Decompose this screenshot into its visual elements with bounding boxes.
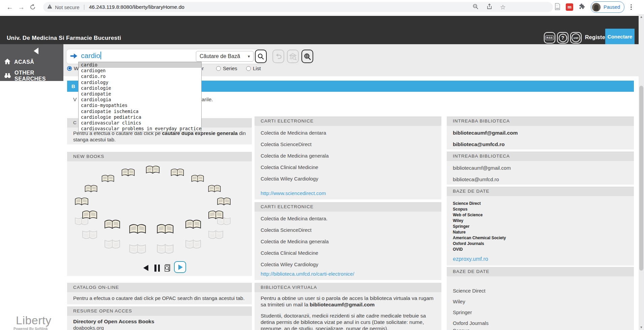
suggestion-item[interactable]: cardiologia — [79, 97, 201, 103]
sidebar-item-label: ACASĂ — [14, 59, 34, 65]
list-item[interactable]: Colectia de Medicina generala — [261, 239, 329, 244]
section-header-open-access: RESURSE OPEN ACCES — [67, 306, 252, 316]
list-item[interactable]: Colectia de Medicina dentara. — [261, 216, 327, 221]
ezproxy-link[interactable]: ezproxy.umf.ro — [453, 256, 488, 262]
suggestion-item[interactable]: cardiopatie — [79, 91, 201, 97]
email-item[interactable]: bibliotecaumf@gmail.com — [453, 130, 518, 136]
suggestion-item[interactable]: cardiogen — [79, 68, 201, 74]
database-item: OVID — [453, 247, 463, 252]
new-books-carousel[interactable] — [69, 163, 251, 264]
email-item[interactable]: biblioteca@umfcd.ro — [453, 176, 499, 182]
database-item[interactable]: Scopus — [453, 328, 470, 330]
collapse-sidebar-icon[interactable] — [34, 48, 38, 54]
book-icon — [185, 219, 201, 230]
section-header-ebooks-1: CARTI ELECTRONICE — [255, 116, 441, 126]
open-access-link[interactable]: doabooks.org — [73, 325, 104, 330]
page-scrollbar[interactable]: ▲ ▼ — [639, 14, 644, 330]
suggestion-item[interactable]: cardio-myopathies — [79, 103, 201, 108]
library-search-button[interactable] — [287, 50, 299, 63]
list-item[interactable]: Colectia Clinical Medicine — [261, 250, 318, 256]
suggestion-item[interactable]: cardiovascular clinics — [79, 120, 201, 126]
mendeley-extension-icon[interactable]: m — [566, 3, 573, 11]
book-icon — [146, 165, 160, 175]
suggestion-item[interactable]: cardio — [79, 62, 201, 68]
carousel-play-button[interactable] — [174, 261, 186, 273]
section-header-ask-library-2: INTREABA BIBLIOTECA — [447, 152, 634, 161]
reading-list-extension-icon[interactable] — [555, 3, 560, 11]
login-button[interactable]: Conectare — [605, 29, 635, 44]
database-item[interactable]: Oxford Journals — [453, 320, 489, 326]
share-icon[interactable] — [486, 3, 493, 11]
sciencedirect-link[interactable]: http://www.sciencedirect.com — [261, 190, 326, 196]
database-item[interactable]: Science Direct — [453, 288, 486, 294]
suggestion-item[interactable]: cardiology — [79, 80, 201, 85]
forward-icon[interactable]: → — [16, 2, 26, 12]
scrollbar-thumb[interactable] — [639, 86, 643, 271]
list-item[interactable]: Colectia Wiley Cardiology — [261, 262, 318, 267]
open-access-title[interactable]: Directory of Open Access Books — [73, 319, 154, 325]
database-item[interactable]: Wiley — [453, 299, 465, 304]
email-item[interactable]: biblioteca@umfcd.ro — [453, 141, 505, 147]
web-search-button[interactable] — [301, 50, 313, 63]
suggestion-item[interactable]: cardio.ro — [79, 74, 201, 79]
play-icon — [178, 265, 183, 270]
bookmark-star-icon[interactable]: ☆ — [500, 4, 506, 10]
zoom-out-icon[interactable] — [472, 3, 479, 11]
book-icon — [82, 210, 97, 221]
suggestion-item[interactable]: cardiologie — [79, 85, 201, 91]
book-reflection — [156, 242, 174, 254]
database-item: American Chemical Society — [453, 235, 506, 241]
binoculars-icon — [4, 73, 11, 80]
scope-list[interactable]: List — [246, 65, 261, 71]
email-bold: bibliotecaumf@gmail.com — [310, 302, 375, 307]
help-icon[interactable]: ? — [557, 32, 568, 44]
book-icon — [191, 174, 204, 184]
orbit-icon[interactable]: orbit — [570, 32, 582, 44]
scroll-down-icon[interactable]: ▼ — [639, 325, 644, 330]
suggestion-item[interactable]: cardiovascular problems in everyday prac… — [79, 126, 201, 132]
book-icon — [208, 210, 224, 221]
search-input[interactable]: cardio — [81, 52, 101, 60]
autocomplete-dropdown: cardio cardiogen cardio.ro cardiology ca… — [78, 62, 202, 132]
carousel-previous-button[interactable] — [143, 265, 148, 271]
browser-menu-icon[interactable] — [631, 4, 632, 10]
section-header-virtual-library: BIBLIOTECA VIRTUALA — [255, 283, 441, 292]
undo-search-button[interactable] — [272, 50, 284, 63]
url-bar[interactable]: Not secure | 46.243.119.8:8080/liberty/l… — [43, 2, 553, 12]
database-item[interactable]: Springer — [453, 309, 472, 315]
register-link[interactable]: Register — [585, 34, 607, 40]
search-type-select[interactable]: Căutare de Bază ▾ — [196, 51, 254, 62]
list-item[interactable]: Colectia ScienceDirect — [261, 227, 312, 233]
profile-chip[interactable]: Paused — [591, 1, 624, 13]
scope-series[interactable]: Series — [216, 65, 237, 71]
reload-icon[interactable] — [28, 2, 38, 12]
book-icon — [217, 197, 231, 207]
list-item[interactable]: Colectia Wiley Cardiology — [261, 176, 318, 182]
umfcd-ebooks-link[interactable]: http://biblioteca.umfcd.ro/carti-electro… — [261, 271, 354, 277]
scroll-up-icon[interactable]: ▲ — [639, 14, 644, 20]
chevron-down-icon: ▾ — [248, 54, 250, 59]
virtual-library-paragraph-1: Pentru a obtine un user si o parola de a… — [261, 295, 436, 308]
suggestion-item[interactable]: cardiopatie ischemica — [79, 109, 201, 114]
section-body-new-books — [67, 161, 252, 276]
text-caret — [100, 52, 101, 59]
page: ← → Not secure | 46.243.119.8:8080/liber… — [0, 0, 644, 330]
section-body-open-access: Directory of Open Access Books doabooks.… — [67, 316, 252, 330]
carousel-preview-button[interactable] — [164, 264, 172, 273]
list-item[interactable]: Colectia de Medicina generala — [261, 153, 329, 159]
search-button[interactable] — [255, 50, 267, 63]
sidebar-item-home[interactable]: ACASĂ — [4, 58, 34, 66]
rss-icon[interactable]: RSS — [544, 32, 555, 44]
preview-icon — [164, 264, 172, 273]
section-header-ask-library-1: INTREABA BIBLIOTECA — [447, 116, 634, 126]
list-item[interactable]: Colectia ScienceDirect — [261, 141, 312, 147]
carousel-pause-button[interactable] — [154, 265, 160, 272]
search-arrow-icon — [70, 53, 78, 61]
email-item[interactable]: bibliotecaumf@gmail.com — [453, 165, 511, 171]
suggestion-item[interactable]: cardiologie pediatrica — [79, 114, 201, 120]
catalog-text: Pentru a efectua o cautare dati click pe… — [73, 295, 246, 301]
list-item[interactable]: Colectia de Medicina dentara — [261, 130, 326, 136]
back-icon[interactable]: ← — [5, 2, 15, 12]
list-item[interactable]: Colectia Clinical Medicine — [261, 164, 318, 170]
extensions-puzzle-icon[interactable] — [579, 3, 585, 11]
